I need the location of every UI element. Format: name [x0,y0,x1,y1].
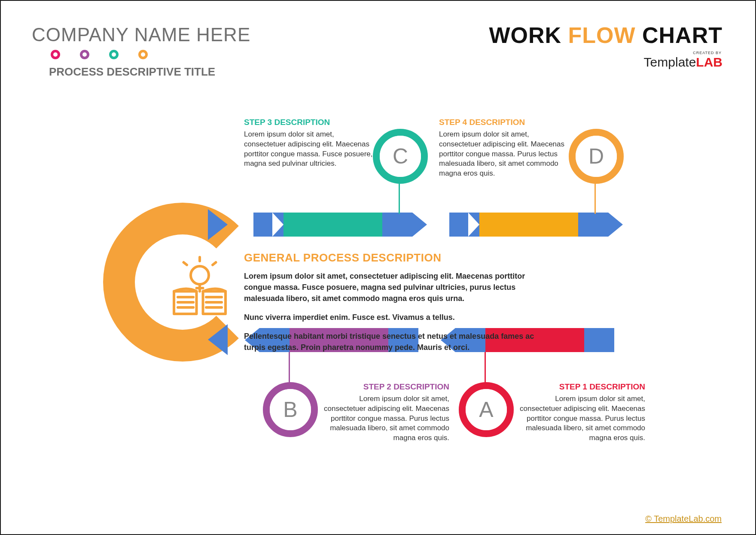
step-c-body: Lorem ipsum dolor sit amet, consectetuer… [244,130,373,169]
templatelab-logo: CREATED BY TemplateLAB [489,51,722,70]
title-word-1: WORK [489,23,561,48]
arrow-bar-top-right [449,213,623,237]
badge-a-outer: A [459,382,514,437]
dot-teal [109,50,119,59]
work-flow-chart-title: WORK FLOW CHART [489,22,722,48]
title-word-2: FLOW [568,23,636,48]
step-b-block: STEP 2 DESCRIPTION Lorem ipsum dolor sit… [320,381,449,443]
step-d-title: STEP 4 DESCRIPTION [439,117,568,128]
step-d-block: STEP 4 DESCRIPTION Lorem ipsum dolor sit… [439,117,568,179]
logo-template-text: Template [644,55,696,69]
page-canvas: COMPANY NAME HERE PROCESS DESCRIPTIVE TI… [0,0,756,535]
book-lightbulb-icon [168,256,232,322]
curve-arrow-bottom [208,324,228,355]
center-p3: Pellentesque habitant morbi tristique se… [244,331,553,353]
step-d-body: Lorem ipsum dolor sit amet, consectetuer… [439,130,568,179]
badge-c-outer: C [373,129,428,184]
center-title: GENERAL PROCESS DESCRIPTION [244,250,553,266]
curve-arrow-top [208,209,228,240]
dot-row [51,50,264,59]
step-b-body: Lorem ipsum dolor sit amet, consectetuer… [320,394,449,444]
badge-d: D [576,136,617,177]
svg-line-9 [213,262,216,265]
svg-line-8 [184,262,187,265]
step-c-block: STEP 3 DESCRIPTION Lorem ipsum dolor sit… [244,117,373,169]
header-left: COMPANY NAME HERE PROCESS DESCRIPTIVE TI… [32,24,264,79]
step-b-title: STEP 2 DESCRIPTION [320,381,449,392]
title-word-3: CHART [642,23,722,48]
badge-a: A [466,389,507,430]
badge-b-outer: B [263,382,318,437]
step-c-title: STEP 3 DESCRIPTION [244,117,373,128]
process-subtitle: PROCESS DESCRIPTIVE TITLE [49,65,264,79]
dot-pink [51,50,60,59]
badge-b: B [270,389,311,430]
company-name: COMPANY NAME HERE [32,24,264,46]
footer-link[interactable]: © TemplateLab.com [645,514,722,524]
center-description: GENERAL PROCESS DESCRIPTION Lorem ipsum … [244,250,553,361]
badge-c: C [380,136,421,177]
svg-point-6 [191,266,209,284]
stem-c [399,181,400,214]
header-right: WORK FLOW CHART CREATED BY TemplateLAB [489,22,722,70]
logo-created-by: CREATED BY [489,51,722,55]
arrow-bar-top-left [253,213,427,237]
dot-purple [80,50,89,59]
badge-d-outer: D [569,129,624,184]
center-p1: Lorem ipsum dolor sit amet, consectetuer… [244,271,553,304]
step-a-body: Lorem ipsum dolor sit amet, consectetuer… [516,394,645,444]
step-a-block: STEP 1 DESCRIPTION Lorem ipsum dolor sit… [516,381,645,443]
center-p2: Nunc viverra imperdiet enim. Fusce est. … [244,312,553,323]
stem-d [594,181,596,214]
step-a-title: STEP 1 DESCRIPTION [516,381,645,392]
dot-orange [138,50,148,59]
logo-lab-text: LAB [696,55,722,69]
